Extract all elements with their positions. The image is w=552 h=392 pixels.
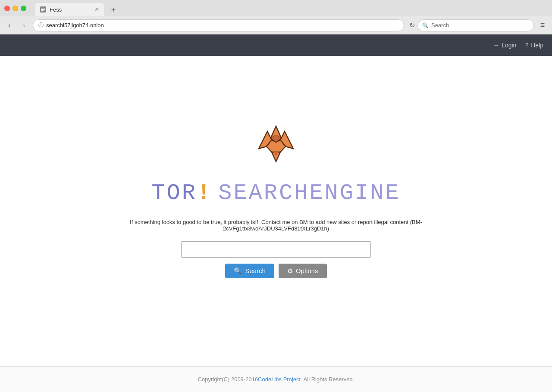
footer-copyright: Copyright(C) 2009-2016 bbox=[198, 376, 258, 383]
svg-rect-2 bbox=[41, 9, 45, 10]
maximize-button[interactable] bbox=[21, 6, 26, 11]
app-header: → Login ? Help bbox=[0, 34, 552, 56]
help-link[interactable]: ? Help bbox=[525, 42, 543, 49]
site-title: TOR ! SEARCHENGINE bbox=[151, 180, 400, 206]
subtitle: If something looks to good to be true, i… bbox=[112, 219, 440, 232]
footer: Copyright(C) 2009-2016 CodeLibs Project … bbox=[0, 366, 552, 392]
logo-container bbox=[250, 118, 302, 172]
help-label: Help bbox=[531, 42, 543, 49]
address-text: searchl57jlgob74.onion bbox=[46, 22, 104, 28]
login-icon: → bbox=[493, 42, 499, 49]
title-exclaim: ! bbox=[197, 180, 212, 206]
reload-button[interactable]: ↻ bbox=[409, 21, 415, 29]
options-button[interactable]: ⚙ Options bbox=[279, 264, 327, 278]
browser-search-bar[interactable]: 🔍 bbox=[417, 19, 534, 31]
title-searchengine: SEARCHENGINE bbox=[218, 180, 400, 206]
forward-button[interactable]: › bbox=[18, 19, 30, 31]
search-input[interactable] bbox=[181, 241, 371, 258]
site-logo bbox=[250, 118, 302, 170]
new-tab-button[interactable]: + bbox=[107, 4, 119, 16]
browser-search-icon: 🔍 bbox=[422, 22, 429, 28]
main-content: TOR ! SEARCHENGINE If something looks to… bbox=[0, 56, 552, 366]
search-box-wrapper: 🔍 Search ⚙ Options bbox=[0, 241, 552, 278]
footer-link[interactable]: CodeLibs Project bbox=[258, 376, 301, 383]
tab-icon bbox=[40, 6, 46, 12]
search-button-label: Search bbox=[245, 267, 266, 274]
close-button[interactable] bbox=[4, 6, 10, 11]
footer-suffix: . All Rights Reserved. bbox=[301, 376, 354, 383]
login-label: Login bbox=[502, 42, 516, 49]
gear-icon: ⚙ bbox=[287, 267, 293, 275]
browser-chrome: Fess × + ‹ › ⓘ searchl57jlgob74.onion ↻ … bbox=[0, 0, 552, 34]
tab-title: Fess bbox=[50, 6, 62, 13]
info-icon: ⓘ bbox=[38, 22, 44, 29]
title-tor: TOR bbox=[151, 180, 197, 206]
address-bar[interactable]: ⓘ searchl57jlgob74.onion bbox=[33, 19, 404, 31]
back-button[interactable]: ‹ bbox=[3, 19, 16, 31]
browser-search-input[interactable] bbox=[431, 22, 518, 28]
svg-rect-1 bbox=[41, 8, 45, 9]
login-link[interactable]: → Login bbox=[493, 42, 516, 49]
browser-tab[interactable]: Fess × bbox=[35, 3, 104, 16]
tab-close-button[interactable]: × bbox=[95, 6, 99, 13]
nav-bar: ‹ › ⓘ searchl57jlgob74.onion ↻ 🔍 ≡ bbox=[0, 16, 552, 34]
svg-rect-3 bbox=[41, 10, 44, 11]
help-icon: ? bbox=[525, 42, 528, 49]
title-bar: Fess × + bbox=[0, 0, 552, 16]
minimize-button[interactable] bbox=[13, 6, 18, 11]
options-button-label: Options bbox=[296, 267, 318, 274]
search-button[interactable]: 🔍 Search bbox=[225, 264, 274, 278]
menu-button[interactable]: ≡ bbox=[536, 19, 549, 31]
search-icon: 🔍 bbox=[234, 267, 242, 275]
traffic-lights bbox=[4, 6, 26, 11]
button-row: 🔍 Search ⚙ Options bbox=[225, 264, 326, 278]
